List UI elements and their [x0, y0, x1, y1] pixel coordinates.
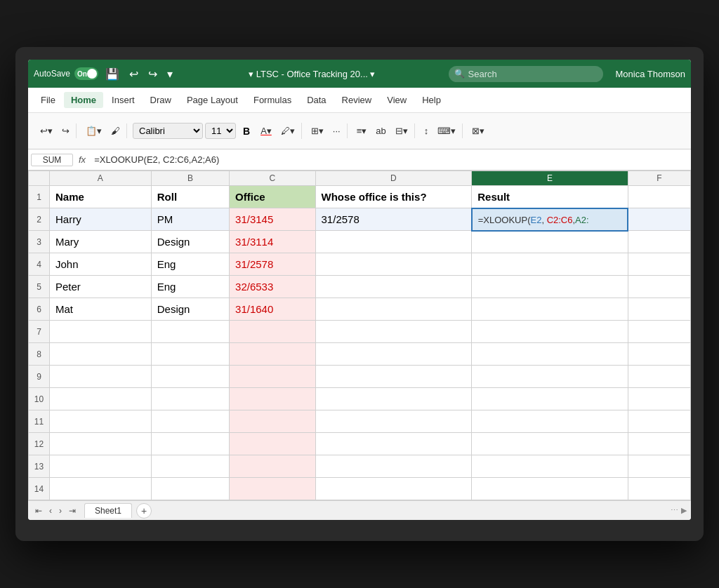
menu-page-layout[interactable]: Page Layout: [180, 92, 245, 108]
menu-review[interactable]: Review: [335, 92, 379, 108]
cell-b10[interactable]: [151, 388, 229, 410]
cell-a11[interactable]: [50, 410, 152, 433]
col-header-a[interactable]: A: [50, 171, 152, 186]
col-header-d[interactable]: D: [315, 171, 472, 186]
menu-help[interactable]: Help: [415, 92, 448, 108]
cell-e3[interactable]: [472, 231, 628, 253]
cell-f13[interactable]: [628, 455, 690, 478]
cell-d12[interactable]: [315, 433, 472, 455]
cell-f3[interactable]: [628, 231, 690, 253]
cell-a13[interactable]: [50, 455, 152, 478]
cell-f10[interactable]: [628, 388, 690, 410]
cell-f4[interactable]: [628, 253, 690, 276]
cell-f6[interactable]: [628, 298, 690, 321]
cell-d13[interactable]: [315, 455, 472, 478]
cell-e10[interactable]: [472, 388, 628, 410]
col-header-e[interactable]: E: [472, 171, 628, 186]
cell-c12[interactable]: [230, 433, 315, 455]
cell-c2[interactable]: 31/3145: [230, 208, 315, 231]
wrap-btn[interactable]: ab: [372, 123, 389, 138]
cell-c10[interactable]: [230, 388, 315, 410]
cell-f2[interactable]: [628, 208, 690, 231]
cell-e8[interactable]: [472, 343, 628, 366]
cell-e9[interactable]: [472, 366, 628, 388]
header-whose-office[interactable]: Whose office is this?: [315, 186, 472, 208]
sheet-tab-sheet1[interactable]: Sheet1: [84, 503, 132, 518]
cell-c7[interactable]: [230, 321, 315, 343]
number-btn[interactable]: ↕: [421, 123, 433, 138]
cell-a4[interactable]: John: [50, 253, 152, 276]
cell-b3[interactable]: Design: [151, 231, 229, 253]
nav-next-arrow[interactable]: ›: [56, 505, 65, 517]
menu-home[interactable]: Home: [64, 92, 103, 108]
col-header-b[interactable]: B: [151, 171, 229, 186]
font-size-select[interactable]: 11: [205, 123, 236, 139]
cell-c4[interactable]: 31/2578: [230, 253, 315, 276]
cell-a5[interactable]: Peter: [50, 276, 152, 298]
highlight-btn[interactable]: 🖊▾: [277, 123, 298, 138]
cell-b11[interactable]: [151, 410, 229, 433]
clipboard-btn[interactable]: 📋▾: [82, 123, 105, 138]
format-painter-btn[interactable]: 🖌: [107, 123, 124, 138]
scroll-right-arrow[interactable]: ▶: [681, 506, 687, 515]
menu-file[interactable]: File: [34, 92, 62, 108]
cell-d6[interactable]: [315, 298, 472, 321]
cell-b12[interactable]: [151, 433, 229, 455]
cell-e14[interactable]: [472, 478, 628, 500]
cell-f11[interactable]: [628, 410, 690, 433]
header-f[interactable]: [628, 186, 690, 208]
cell-d8[interactable]: [315, 343, 472, 366]
nav-last-arrow[interactable]: ⇥: [66, 505, 79, 517]
merge-btn[interactable]: ⊟▾: [392, 123, 411, 138]
cell-d10[interactable]: [315, 388, 472, 410]
menu-data[interactable]: Data: [300, 92, 333, 108]
cell-b8[interactable]: [151, 343, 229, 366]
cell-f9[interactable]: [628, 366, 690, 388]
menu-formulas[interactable]: Formulas: [246, 92, 298, 108]
cell-c8[interactable]: [230, 343, 315, 366]
cell-d11[interactable]: [315, 410, 472, 433]
cell-d5[interactable]: [315, 276, 472, 298]
header-roll[interactable]: Roll: [151, 186, 229, 208]
header-result[interactable]: Result: [472, 186, 628, 208]
cell-c5[interactable]: 32/6533: [230, 276, 315, 298]
undo-btn[interactable]: ↩▾: [37, 123, 56, 138]
cell-d2[interactable]: 31/2578: [315, 208, 472, 231]
cell-e5[interactable]: [472, 276, 628, 298]
cell-a2[interactable]: Harry: [50, 208, 152, 231]
cell-f7[interactable]: [628, 321, 690, 343]
cell-e6[interactable]: [472, 298, 628, 321]
cell-b7[interactable]: [151, 321, 229, 343]
cell-b6[interactable]: Design: [151, 298, 229, 321]
cell-a7[interactable]: [50, 321, 152, 343]
cell-c9[interactable]: [230, 366, 315, 388]
save-icon[interactable]: 💾: [103, 66, 122, 82]
cell-d7[interactable]: [315, 321, 472, 343]
cell-c6[interactable]: 31/1640: [230, 298, 315, 321]
cell-d14[interactable]: [315, 478, 472, 500]
dropdown-icon[interactable]: ▾: [164, 66, 176, 82]
col-header-c[interactable]: C: [230, 171, 315, 186]
redo-icon[interactable]: ↪: [145, 66, 160, 82]
cell-e2[interactable]: =XLOOKUP(E2, C2:C6,A2:: [472, 208, 628, 231]
add-sheet-button[interactable]: +: [136, 503, 152, 519]
cell-b9[interactable]: [151, 366, 229, 388]
cell-f8[interactable]: [628, 343, 690, 366]
spreadsheet[interactable]: A B C D E F 1 Name Roll Office: [28, 171, 691, 500]
cell-d3[interactable]: [315, 231, 472, 253]
cell-d4[interactable]: [315, 253, 472, 276]
nav-prev-arrow[interactable]: ‹: [46, 505, 55, 517]
cell-e13[interactable]: [472, 455, 628, 478]
font-color-btn[interactable]: A▾: [257, 123, 275, 138]
formula-input[interactable]: [91, 154, 688, 165]
cell-e11[interactable]: [472, 410, 628, 433]
cell-reference-box[interactable]: [31, 154, 73, 166]
bold-button[interactable]: B: [238, 124, 255, 138]
align-btn[interactable]: ≡▾: [353, 123, 371, 138]
search-input[interactable]: [449, 66, 603, 82]
cell-a14[interactable]: [50, 478, 152, 500]
cell-b14[interactable]: [151, 478, 229, 500]
cell-c3[interactable]: 31/3114: [230, 231, 315, 253]
more-btn[interactable]: ···: [329, 123, 344, 138]
cell-c14[interactable]: [230, 478, 315, 500]
